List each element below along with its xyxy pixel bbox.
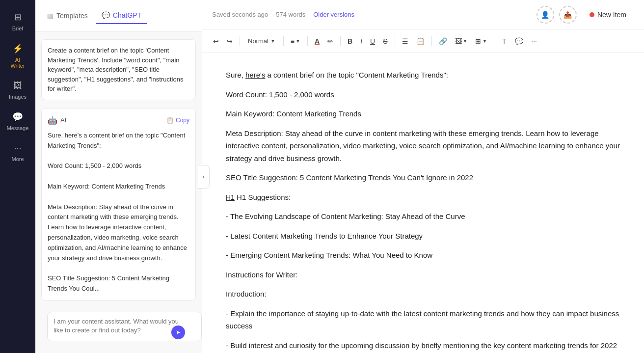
editor-meta-description: Meta Description: Stay ahead of the curv… [226, 127, 620, 165]
chatgpt-tab-icon: 💬 [102, 11, 110, 19]
strikethrough-icon: S [383, 37, 387, 45]
align-button[interactable]: ≡ ▼ [288, 35, 303, 47]
editor-h1-item-1: - The Evolving Landscape of Content Mark… [226, 210, 620, 223]
align-icon: ≡ [291, 37, 295, 45]
chat-send-button[interactable]: ➤ [171, 326, 185, 339]
highlight-icon: ✏ [327, 37, 333, 45]
redo-button[interactable]: ↪ [224, 35, 236, 47]
undo-button[interactable]: ↩ [210, 35, 222, 47]
editor-main-keyword: Main Keyword: Content Marketing Trends [226, 108, 620, 120]
strikethrough-button[interactable]: S [380, 35, 390, 47]
image-chevron-icon: ▼ [463, 38, 468, 44]
redo-icon: ↪ [227, 37, 233, 45]
new-item-dot [590, 12, 594, 17]
sidebar-label-message: Message [7, 125, 29, 131]
share-icon: 📤 [564, 11, 572, 19]
undo-icon: ↩ [213, 37, 219, 45]
collapse-panel-button[interactable]: ‹ [198, 165, 210, 189]
bold-button[interactable]: B [345, 35, 355, 47]
middle-scroll: Create a content brief on the topic 'Con… [35, 31, 202, 353]
toolbar-divider-5 [395, 36, 395, 46]
ai-label: 🤖 AI [48, 114, 66, 127]
templates-tab-icon: ▦ [47, 12, 54, 20]
saved-status: Saved seconds ago [212, 11, 268, 18]
new-item-label: New Item [597, 11, 626, 19]
table-button[interactable]: ⊞ ▼ [472, 35, 490, 47]
editor-intro-bullet-2: - Build interest and curiosity for the u… [226, 339, 620, 353]
header-left: Saved seconds ago 574 words Older versio… [212, 11, 354, 18]
bullet-list-button[interactable]: ☰ [399, 35, 411, 47]
editor-intro: Sure, here's a content brief on the topi… [226, 69, 620, 81]
sidebar-item-ai-writer[interactable]: ⚡ AI Writer [2, 39, 33, 73]
ai-message-header: 🤖 AI 📋 Copy [48, 114, 189, 127]
more-toolbar-button[interactable]: ··· [528, 35, 540, 47]
tab-chatgpt[interactable]: 💬 ChatGPT [96, 7, 147, 24]
editor-header: Saved seconds ago 574 words Older versio… [202, 0, 644, 29]
italic-button[interactable]: I [357, 35, 365, 47]
underline-button[interactable]: U [367, 35, 378, 47]
sidebar-item-brief[interactable]: ⊞ Brief [2, 8, 33, 35]
image-icon: 🖼 [455, 37, 462, 45]
editor-area: Saved seconds ago 574 words Older versio… [202, 0, 644, 353]
aiwriter-icon: ⚡ [12, 43, 23, 54]
send-icon: ➤ [176, 329, 181, 336]
comment-button[interactable]: 💬 [512, 35, 526, 47]
sidebar-item-more[interactable]: ··· More [2, 139, 33, 166]
font-color-button[interactable]: A [312, 35, 322, 47]
middle-panel: ▦ Templates 💬 ChatGPT Create a content b… [35, 0, 202, 353]
copy-button[interactable]: 📋 Copy [166, 117, 189, 124]
editor-h1-label: H1 H1 Suggestions: [226, 191, 620, 204]
image-button[interactable]: 🖼 ▼ [452, 35, 471, 47]
sidebar-item-message[interactable]: 💬 Message [2, 108, 33, 135]
here-link[interactable]: here's [245, 71, 265, 79]
format-label: Normal [248, 37, 268, 45]
highlight-button[interactable]: ✏ [324, 35, 336, 47]
toolbar-divider-2 [283, 36, 284, 46]
tab-chatgpt-label: ChatGPT [113, 11, 141, 19]
format-chevron-icon: ▼ [270, 38, 275, 44]
older-versions-link[interactable]: Older versions [313, 11, 354, 18]
editor-h1-item-2: - Latest Content Marketing Trends to Enh… [226, 230, 620, 243]
share-button[interactable]: 📤 [559, 6, 577, 24]
sidebar-label-ai-writer: AI Writer [8, 57, 27, 69]
chevron-left-icon: ‹ [203, 173, 205, 180]
editor-seo-title: SEO Title Suggestion: 5 Content Marketin… [226, 171, 620, 184]
toolbar-divider-4 [340, 36, 341, 46]
bold-icon: B [348, 37, 352, 45]
sidebar-label-more: More [11, 156, 24, 162]
tab-templates[interactable]: ▦ Templates [41, 8, 94, 24]
new-item-button[interactable]: New Item [582, 7, 634, 23]
sidebar-item-images[interactable]: 🖼 Images [2, 77, 33, 104]
numbered-list-button[interactable]: 📋 [413, 35, 428, 47]
user-avatar-button[interactable]: 👤 [537, 6, 554, 24]
italic-icon: I [360, 37, 362, 45]
link-button[interactable]: 🔗 [436, 35, 450, 47]
message-icon: 💬 [12, 111, 23, 122]
toolbar-divider-7 [494, 36, 494, 46]
format-selector[interactable]: Normal ▼ [244, 35, 279, 47]
header-right: 👤 📤 New Item [537, 6, 634, 24]
link-icon: 🔗 [439, 37, 447, 45]
brief-icon: ⊞ [14, 12, 22, 23]
toolbar: ↩ ↪ Normal ▼ ≡ ▼ A ✏ B I U [202, 29, 644, 53]
user-message: Create a content brief on the topic 'Con… [41, 39, 196, 100]
word-count: 574 words [276, 11, 305, 18]
images-icon: 🖼 [13, 81, 22, 91]
ai-avatar-icon: 🤖 [48, 114, 57, 127]
copy-label: Copy [176, 117, 189, 124]
comment-icon: 💬 [515, 37, 523, 45]
editor-h1-item-3: - Emerging Content Marketing Trends: Wha… [226, 249, 620, 262]
editor-intro-bullet-1: - Explain the importance of staying up-t… [226, 307, 620, 332]
clear-format-button[interactable]: ⊤ [498, 35, 510, 47]
ai-label-text: AI [60, 115, 66, 126]
ai-message: 🤖 AI 📋 Copy Sure, here's a content brief… [41, 108, 196, 300]
sidebar-label-images: Images [9, 94, 27, 100]
underline-icon: U [370, 37, 375, 45]
editor-word-count: Word Count: 1,500 - 2,000 words [226, 88, 620, 101]
tab-templates-label: Templates [56, 12, 88, 20]
more-toolbar-icon: ··· [531, 37, 537, 45]
copy-icon: 📋 [166, 117, 174, 124]
table-chevron-icon: ▼ [482, 38, 487, 44]
editor-content[interactable]: Sure, here's a content brief on the topi… [202, 53, 644, 353]
sidebar-label-brief: Brief [12, 26, 24, 31]
